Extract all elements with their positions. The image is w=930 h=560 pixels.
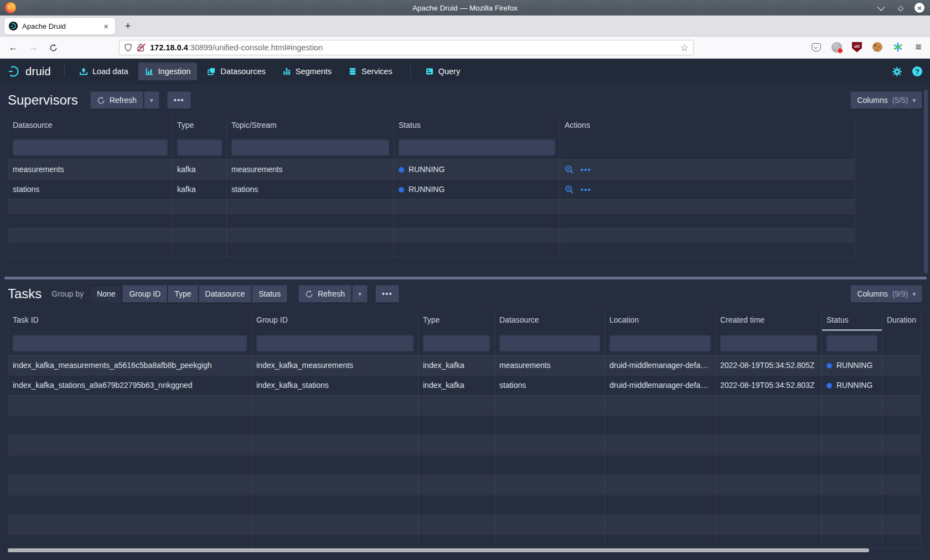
pocket-button[interactable]: [810, 41, 822, 53]
supervisors-toolbar: Supervisors Refresh ▾ ••• Columns (5/5) …: [8, 91, 922, 110]
supervisors-header-row: Datasource Type Topic/Stream Status Acti…: [8, 115, 855, 135]
task-id-filter-input[interactable]: [13, 335, 247, 351]
column-header-created-time[interactable]: Created time: [716, 309, 822, 331]
cell-datasource: stations: [495, 376, 605, 395]
pane-splitter[interactable]: [4, 277, 927, 279]
shield-icon: [124, 43, 132, 52]
type-filter-input[interactable]: [423, 335, 490, 351]
row-more-button[interactable]: •••: [581, 185, 591, 194]
column-header-duration[interactable]: Duration: [882, 309, 921, 331]
cell-type: index_kafka: [418, 376, 495, 395]
column-header-task-id[interactable]: Task ID: [8, 309, 252, 331]
url-bar[interactable]: 172.18.0.4:30899/unified-console.html#in…: [119, 40, 694, 55]
tasks-refresh-menu-button[interactable]: ▾: [352, 285, 368, 303]
group-by-status-button[interactable]: Status: [252, 285, 287, 303]
druid-favicon-icon: [9, 22, 18, 30]
new-tab-button[interactable]: +: [121, 19, 135, 33]
datasource-filter-input[interactable]: [13, 139, 168, 155]
extension-mask-button[interactable]: [830, 41, 843, 53]
settings-button[interactable]: [892, 66, 902, 77]
forward-button[interactable]: →: [27, 41, 40, 54]
column-header-topic-stream[interactable]: Topic/Stream: [227, 115, 394, 135]
tasks-columns-button[interactable]: Columns (9/9) ▾: [850, 285, 922, 303]
tasks-more-button[interactable]: •••: [375, 285, 399, 303]
nav-item-load-data[interactable]: Load data: [73, 63, 135, 80]
column-header-datasource[interactable]: Datasource: [8, 115, 173, 135]
nav-item-query[interactable]: Query: [418, 63, 467, 80]
location-filter-input[interactable]: [609, 335, 711, 351]
connection-insecure-icon[interactable]: [137, 43, 146, 52]
reload-button[interactable]: [46, 41, 60, 54]
status-text: RUNNING: [409, 180, 445, 199]
druid-logo[interactable]: druid: [8, 65, 51, 78]
tab-close-button[interactable]: ×: [101, 22, 111, 31]
ublock-shield-icon: uO: [852, 42, 862, 53]
table-row-empty: [8, 242, 855, 257]
cookie-extension-button[interactable]: [871, 41, 884, 53]
group-id-filter-input[interactable]: [256, 335, 414, 351]
tasks-filter-row: [8, 331, 921, 355]
navbar-divider: [64, 65, 65, 77]
ublock-button[interactable]: uO: [851, 41, 863, 53]
pocket-icon: [812, 43, 821, 51]
column-header-status[interactable]: Status: [822, 309, 882, 331]
table-row-empty: [8, 435, 921, 455]
cell-location: druid-middlemanager-defaul...: [605, 356, 716, 375]
status-text: RUNNING: [836, 376, 872, 395]
bookmark-star-button[interactable]: ☆: [680, 42, 689, 54]
topic-stream-filter-input[interactable]: [231, 139, 389, 155]
tasks-title: Tasks: [8, 286, 42, 302]
window-minimize-button[interactable]: [877, 3, 887, 13]
tasks-horizontal-scrollbar[interactable]: [8, 548, 869, 552]
column-header-group-id[interactable]: Group ID: [252, 309, 418, 331]
column-header-datasource[interactable]: Datasource: [495, 309, 605, 331]
nav-item-datasources[interactable]: Datasources: [200, 63, 272, 80]
column-header-type[interactable]: Type: [418, 309, 495, 331]
group-by-type-button[interactable]: Type: [168, 285, 198, 303]
columns-count: (9/9): [892, 289, 908, 298]
row-more-button[interactable]: •••: [581, 165, 591, 174]
status-filter-input[interactable]: [399, 139, 555, 155]
cell-actions: •••: [560, 180, 855, 199]
status-dot-icon: [399, 187, 404, 193]
container-extension-button[interactable]: [892, 41, 904, 53]
cell-topic: stations: [227, 180, 394, 199]
nav-item-ingestion[interactable]: Ingestion: [138, 63, 198, 80]
supervisors-columns-button[interactable]: Columns (5/5) ▾: [850, 91, 922, 109]
browser-tab[interactable]: Apache Druid ×: [4, 18, 115, 34]
status-filter-input[interactable]: [826, 335, 877, 351]
supervisors-more-button[interactable]: •••: [167, 91, 191, 109]
inspect-action-button[interactable]: [565, 165, 574, 174]
supervisors-refresh-button[interactable]: Refresh: [90, 91, 143, 109]
segments-icon: [282, 67, 291, 76]
window-maximize-button[interactable]: ◇: [896, 3, 906, 13]
supervisors-refresh-menu-button[interactable]: ▾: [144, 91, 159, 109]
cell-duration: [882, 356, 921, 375]
created-time-filter-input[interactable]: [720, 335, 817, 351]
group-by-group-id-button[interactable]: Group ID: [122, 285, 167, 303]
cell-duration: [882, 376, 921, 395]
cell-actions: •••: [560, 160, 855, 179]
cell-group-id: index_kafka_stations: [252, 376, 418, 395]
supervisors-vertical-scrollbar[interactable]: [924, 90, 928, 273]
type-filter-input[interactable]: [177, 139, 222, 155]
back-button[interactable]: ←: [7, 41, 20, 54]
cookie-icon: [872, 42, 882, 52]
table-row-empty: [8, 475, 921, 495]
druid-logo-icon: [8, 65, 21, 78]
table-row-empty: [8, 415, 921, 435]
group-by-datasource-button[interactable]: Datasource: [199, 285, 252, 303]
datasource-filter-input[interactable]: [499, 335, 600, 351]
window-close-button[interactable]: ×: [914, 3, 924, 13]
column-header-status[interactable]: Status: [394, 115, 560, 135]
nav-item-services[interactable]: Services: [342, 63, 399, 80]
tasks-refresh-button[interactable]: Refresh: [298, 285, 352, 303]
column-header-location[interactable]: Location: [605, 309, 716, 331]
column-header-type[interactable]: Type: [173, 115, 227, 135]
tasks-table: Task ID Group ID Type Datasource Locatio…: [8, 309, 921, 548]
inspect-action-button[interactable]: [565, 185, 574, 194]
menu-button[interactable]: ≡: [912, 41, 924, 53]
group-by-none-button[interactable]: None: [90, 285, 122, 303]
help-button[interactable]: ?: [912, 66, 922, 76]
nav-item-segments[interactable]: Segments: [276, 63, 338, 80]
